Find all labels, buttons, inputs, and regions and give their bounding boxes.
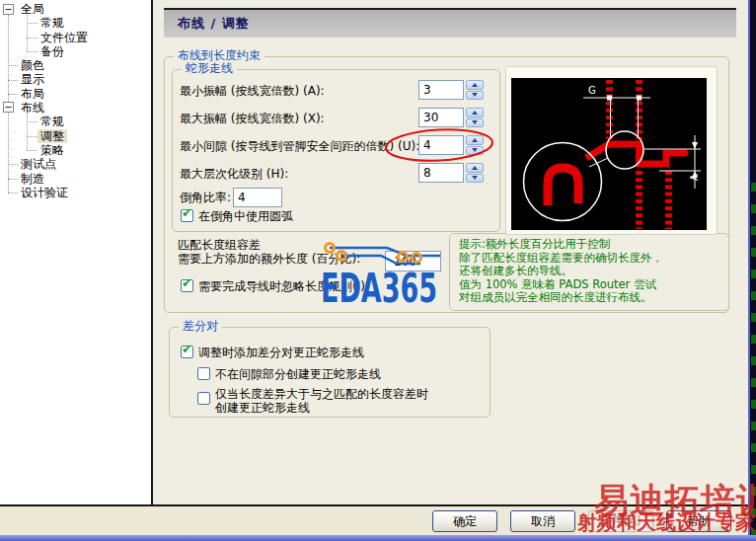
training-watermark-subtitle: 射频和天线设计专家 [577,509,755,536]
tip-text: 提示:额外长度百分比用于控制 [459,238,663,252]
check-icon: ✔ [182,343,192,355]
page-title: 布线 / 调整 [164,8,736,38]
collapse-icon[interactable]: − [3,102,14,113]
check-icon: ✔ [182,276,192,289]
max-hierarchy-stepper [466,163,484,183]
max-hierarchy-input[interactable] [418,163,464,183]
collapse-icon[interactable]: − [3,4,14,15]
ignore-length-rules-checkbox[interactable]: ✔ [181,279,193,292]
only-when-diff-exceeds-checkbox[interactable] [197,392,210,405]
settings-tree: − − 全局 常规 文件位置 备份 颜色 显示 布局 布线 常规 调整 策略 测… [0,0,151,504]
sidebar-item-backup[interactable]: 备份 [38,44,67,58]
tip-text: 还将创建多长的导线。 [459,265,663,278]
min-amplitude-stepper [466,80,484,100]
spin-down-icon[interactable] [466,146,484,156]
tip-text: 除了匹配长度组容差需要的确切长度外， [459,252,663,266]
sidebar-item-tuning[interactable]: 调整 [38,129,67,143]
min-gap-label: 最小间隙 (按导线到管脚安全间距的倍数) (U): [180,139,419,153]
use-arcs-label: 在倒角中使用圆弧 [198,209,293,223]
group-differential-pairs-caption: 差分对 [179,320,222,333]
sidebar-item-colors[interactable]: 颜色 [18,58,47,72]
spin-up-icon[interactable] [466,135,484,145]
spin-up-icon[interactable] [466,80,484,90]
group-serpentine-caption: 蛇形走线 [182,62,237,75]
min-amplitude-label: 最小振幅 (按线宽倍数) (A): [180,84,325,98]
dim-a-label: A [689,174,700,181]
min-gap-stepper [466,135,484,155]
sidebar-item-fabrication[interactable]: 制造 [18,172,47,186]
options-dialog: − − 全局 常规 文件位置 备份 颜色 显示 布局 布线 常规 调整 策略 测… [0,0,756,541]
sidebar-item-routing[interactable]: 布线 [18,101,47,115]
add-correction-serpentine-label: 调整时添加差分对更正蛇形走线 [198,346,364,359]
sidebar-item-routing-general[interactable]: 常规 [38,115,67,128]
no-serpentine-in-gap-checkbox[interactable] [197,367,210,380]
spin-up-icon[interactable] [466,108,484,117]
extra-length-input[interactable] [385,251,441,271]
use-arcs-checkbox[interactable]: ✔ [181,209,193,222]
cancel-button[interactable]: 取消 [510,510,575,532]
ok-button[interactable]: 确定 [432,510,497,532]
sidebar-item-strategy[interactable]: 策略 [38,143,67,157]
check-icon: ✔ [182,206,192,219]
no-serpentine-in-gap-label: 不在间隙部分创建更正蛇形走线 [215,367,381,381]
miter-ratio-label: 倒角比率: [180,191,231,204]
spin-down-icon[interactable] [466,118,484,128]
min-gap-input[interactable] [418,135,464,155]
tip-text: 值为 100% 意味着 PADS Router 尝试 [459,278,663,292]
sidebar-item-global[interactable]: 全局 [18,2,47,16]
max-amplitude-input[interactable] [418,108,464,127]
extra-length-label: 需要上方添加的额外长度 (百分比): [178,252,360,266]
min-amplitude-input[interactable] [418,80,464,100]
only-when-diff-exceeds-label-1: 仅当长度差异大于与之匹配的长度容差时 [215,387,428,401]
spin-up-icon[interactable] [466,163,484,173]
max-amplitude-label: 最大振幅 (按线宽倍数) (X): [180,112,325,125]
sidebar-item-design-verify[interactable]: 设计验证 [18,186,71,199]
spin-down-icon[interactable] [466,91,484,101]
sidebar-item-file-locations[interactable]: 文件位置 [38,31,91,44]
tip-text: 对组成员以完全相同的长度进行布线。 [459,291,663,305]
serpentine-preview-frame: G A [505,66,718,235]
pcb-preview-image: G A [511,78,707,230]
match-group-title: 匹配长度组容差 [178,238,261,252]
tip-box: 提示:额外长度百分比用于控制 除了匹配长度组容差需要的确切长度外， 还将创建多长… [449,233,729,311]
ignore-length-rules-label: 需要完成导线时忽略长度规则(I) [198,279,365,293]
max-amplitude-stepper [466,108,484,127]
sidebar-item-general[interactable]: 常规 [38,16,67,30]
sidebar-item-testpoints[interactable]: 测试点 [18,157,59,171]
spin-down-icon[interactable] [466,174,484,184]
only-when-diff-exceeds-label-2: 创建更正蛇形走线 [215,401,310,415]
dim-g-label: G [588,85,596,96]
sidebar-item-display[interactable]: 显示 [18,72,47,86]
miter-ratio-input[interactable] [233,188,282,207]
sidebar-item-layout[interactable]: 布局 [18,87,47,101]
max-hierarchy-label: 最大层次化级别 (H): [180,167,288,181]
add-correction-serpentine-checkbox[interactable]: ✔ [181,346,193,358]
